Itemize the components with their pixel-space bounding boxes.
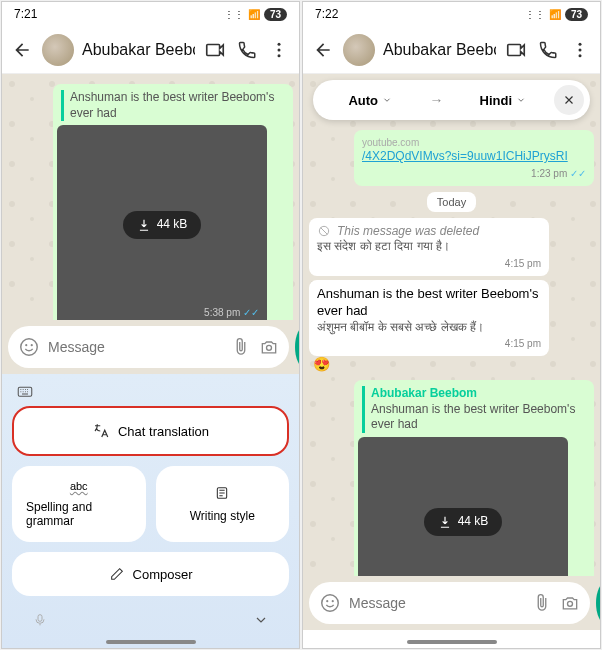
battery-level: 73 [565,8,588,21]
deleted-text-en: This message was deleted [337,224,479,240]
status-bar: 7:22 ⋮⋮ 📶 73 [303,2,600,26]
nav-handle[interactable] [407,640,497,644]
composer-label: Composer [133,567,193,582]
link-fragment[interactable]: /4X2DQdVIMvs?si=9uuw1ICHiJPrysRI [362,149,586,165]
chat-area[interactable]: Auto → Hindi youtube.com /4X2DQdVIMvs?si… [303,74,600,576]
svg-point-2 [278,54,281,57]
svg-point-13 [579,54,582,57]
contact-name[interactable]: Abubakar Beebom [383,41,496,59]
chat-header: Abubakar Beebom [2,26,299,74]
writing-style-label: Writing style [190,509,255,523]
nav-handle[interactable] [106,640,196,644]
spelling-icon: abc [70,480,88,492]
quoted-text: Anshuman is the best writer Beebom's eve… [61,90,285,121]
mic-button[interactable] [596,582,601,624]
voice-call-icon[interactable] [235,38,259,62]
screen-left: 7:21 ⋮⋮ 📶 73 Abubakar Beebom Anshuman is… [1,1,300,649]
avatar[interactable] [343,34,375,66]
video-call-icon[interactable] [203,38,227,62]
outgoing-message[interactable]: Anshuman is the best writer Beebom's eve… [53,84,293,320]
camera-icon[interactable] [259,337,279,357]
emoji-icon[interactable] [319,592,341,614]
svg-point-15 [322,595,339,612]
status-time: 7:21 [14,7,37,21]
message-time: 1:23 pm ✓✓ [362,167,586,180]
svg-point-3 [21,339,38,356]
chat-translation-button[interactable]: Chat translation [12,406,289,456]
media-attachment[interactable]: 44 kB 5:38 pm ✓✓ [57,125,267,320]
link-domain: youtube.com [362,136,586,149]
avatar[interactable] [42,34,74,66]
chat-header: Abubakar Beebom [303,26,600,74]
contact-name[interactable]: Abubakar Beebom [82,41,195,59]
battery-level: 73 [264,8,287,21]
keyboard-icon[interactable] [16,382,34,400]
emoji-icon[interactable] [18,336,40,358]
message-input-row [303,576,600,630]
status-icons: ⋮⋮ 📶 73 [525,8,588,21]
message-input[interactable] [309,582,590,624]
message-time: 4:15 pm [317,337,541,350]
camera-icon[interactable] [560,593,580,613]
message-time: 4:15 pm [317,257,541,270]
file-size: 44 kB [458,514,489,530]
attach-icon[interactable] [231,337,251,357]
prohibited-icon [317,224,331,238]
mic-small-icon[interactable] [32,612,48,628]
outgoing-link-message[interactable]: youtube.com /4X2DQdVIMvs?si=9uuw1ICHiJPr… [354,130,594,186]
spelling-grammar-label: Spelling and grammar [26,500,132,528]
status-time: 7:22 [315,7,338,21]
message-text-field[interactable] [48,339,223,355]
svg-point-17 [332,600,334,602]
message-time: 5:38 pm ✓✓ [204,306,259,319]
close-icon[interactable] [554,85,584,115]
svg-point-0 [278,42,281,45]
download-button[interactable]: 44 kB [123,211,202,239]
svg-point-16 [326,600,328,602]
deleted-text-hi: इस संदेश को हटा दिया गया है। [317,239,541,255]
writing-style-button[interactable]: Writing style [156,466,290,542]
status-icons: ⋮⋮ 📶 73 [224,8,287,21]
more-icon[interactable] [568,38,592,62]
svg-point-6 [267,345,272,350]
svg-point-5 [31,344,33,346]
video-call-icon[interactable] [504,38,528,62]
keyboard-panel: Chat translation abc Spelling and gramma… [2,374,299,648]
svg-point-18 [568,601,573,606]
back-icon[interactable] [311,38,335,62]
outgoing-reply-message[interactable]: Abubakar Beebom Anshuman is the best wri… [354,380,594,576]
translate-bar: Auto → Hindi [313,80,590,120]
message-input[interactable] [8,326,289,368]
chevron-down-icon[interactable] [253,612,269,628]
message-text-field[interactable] [349,595,524,611]
translate-from[interactable]: Auto [319,93,422,108]
quoted-text: Anshuman is the best writer Beebom's eve… [371,402,586,433]
message-text-hi: अंशुमन बीबॉम के सबसे अच्छे लेखक हैं। [317,320,541,336]
translate-to[interactable]: Hindi [452,93,555,108]
chat-translation-label: Chat translation [118,424,209,439]
spelling-grammar-button[interactable]: abc Spelling and grammar [12,466,146,542]
back-icon[interactable] [10,38,34,62]
quoted-sender: Abubakar Beebom [371,386,586,402]
svg-point-11 [579,42,582,45]
svg-rect-10 [38,615,42,622]
more-icon[interactable] [267,38,291,62]
wifi-icon: ⋮⋮ [525,9,545,20]
chat-area[interactable]: Anshuman is the best writer Beebom's eve… [2,74,299,320]
signal-icon: 📶 [549,9,561,20]
incoming-translated-message[interactable]: Anshuman is the best writer Beebom's eve… [309,280,549,356]
read-ticks-icon: ✓✓ [570,168,586,179]
deleted-message[interactable]: This message was deleted इस संदेश को हटा… [309,218,549,276]
mic-button[interactable] [295,326,300,368]
signal-icon: 📶 [248,9,260,20]
message-input-row [2,320,299,374]
media-attachment[interactable]: 44 kB [358,437,568,576]
voice-call-icon[interactable] [536,38,560,62]
composer-button[interactable]: Composer [12,552,289,596]
reaction[interactable]: 😍 [313,356,594,372]
attach-icon[interactable] [532,593,552,613]
file-size: 44 kB [157,217,188,233]
read-ticks-icon: ✓✓ [243,307,259,318]
date-chip: Today [427,192,476,212]
download-button[interactable]: 44 kB [424,508,503,536]
